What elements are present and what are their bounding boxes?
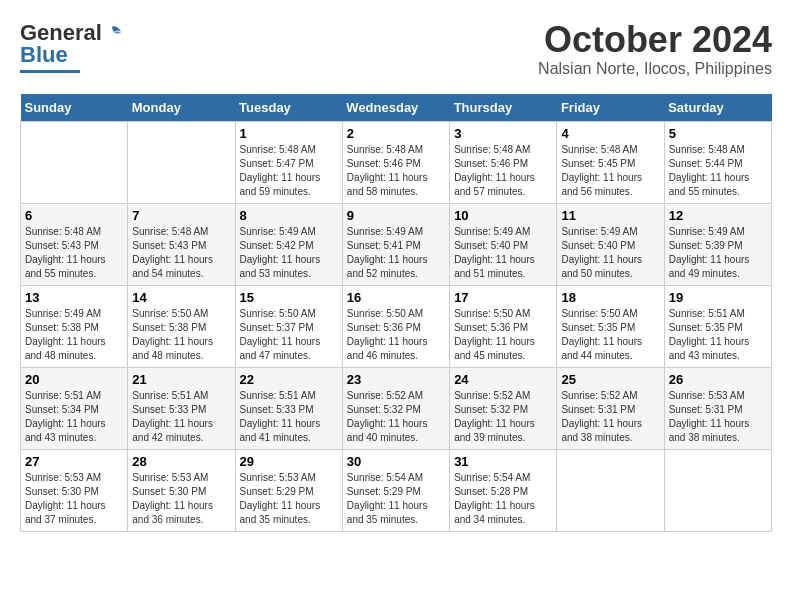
calendar-cell: 14 Sunrise: 5:50 AM Sunset: 5:38 PM Dayl… <box>128 285 235 367</box>
weekday-header-saturday: Saturday <box>664 94 771 122</box>
calendar-cell: 8 Sunrise: 5:49 AM Sunset: 5:42 PM Dayli… <box>235 203 342 285</box>
calendar-cell: 31 Sunrise: 5:54 AM Sunset: 5:28 PM Dayl… <box>450 449 557 531</box>
sunrise-text: Sunrise: 5:50 AM <box>132 308 208 319</box>
day-info: Sunrise: 5:51 AM Sunset: 5:34 PM Dayligh… <box>25 389 123 445</box>
day-number: 3 <box>454 126 552 141</box>
daylight-text: Daylight: 11 hours and 49 minutes. <box>669 254 750 279</box>
sunset-text: Sunset: 5:36 PM <box>454 322 528 333</box>
daylight-text: Daylight: 11 hours and 57 minutes. <box>454 172 535 197</box>
daylight-text: Daylight: 11 hours and 55 minutes. <box>669 172 750 197</box>
day-info: Sunrise: 5:51 AM Sunset: 5:33 PM Dayligh… <box>240 389 338 445</box>
day-number: 18 <box>561 290 659 305</box>
sunrise-text: Sunrise: 5:48 AM <box>25 226 101 237</box>
calendar-cell: 10 Sunrise: 5:49 AM Sunset: 5:40 PM Dayl… <box>450 203 557 285</box>
day-info: Sunrise: 5:49 AM Sunset: 5:40 PM Dayligh… <box>561 225 659 281</box>
calendar-week-row: 6 Sunrise: 5:48 AM Sunset: 5:43 PM Dayli… <box>21 203 772 285</box>
daylight-text: Daylight: 11 hours and 37 minutes. <box>25 500 106 525</box>
day-number: 26 <box>669 372 767 387</box>
day-info: Sunrise: 5:51 AM Sunset: 5:33 PM Dayligh… <box>132 389 230 445</box>
day-number: 5 <box>669 126 767 141</box>
sunrise-text: Sunrise: 5:49 AM <box>240 226 316 237</box>
sunset-text: Sunset: 5:45 PM <box>561 158 635 169</box>
calendar-cell: 9 Sunrise: 5:49 AM Sunset: 5:41 PM Dayli… <box>342 203 449 285</box>
day-info: Sunrise: 5:53 AM Sunset: 5:31 PM Dayligh… <box>669 389 767 445</box>
daylight-text: Daylight: 11 hours and 40 minutes. <box>347 418 428 443</box>
daylight-text: Daylight: 11 hours and 43 minutes. <box>669 336 750 361</box>
sunset-text: Sunset: 5:36 PM <box>347 322 421 333</box>
day-info: Sunrise: 5:53 AM Sunset: 5:29 PM Dayligh… <box>240 471 338 527</box>
sunset-text: Sunset: 5:40 PM <box>561 240 635 251</box>
calendar-header-row: SundayMondayTuesdayWednesdayThursdayFrid… <box>21 94 772 122</box>
day-number: 1 <box>240 126 338 141</box>
sunset-text: Sunset: 5:29 PM <box>240 486 314 497</box>
daylight-text: Daylight: 11 hours and 52 minutes. <box>347 254 428 279</box>
day-info: Sunrise: 5:51 AM Sunset: 5:35 PM Dayligh… <box>669 307 767 363</box>
weekday-header-sunday: Sunday <box>21 94 128 122</box>
daylight-text: Daylight: 11 hours and 51 minutes. <box>454 254 535 279</box>
daylight-text: Daylight: 11 hours and 38 minutes. <box>561 418 642 443</box>
sunset-text: Sunset: 5:35 PM <box>669 322 743 333</box>
calendar-cell: 17 Sunrise: 5:50 AM Sunset: 5:36 PM Dayl… <box>450 285 557 367</box>
daylight-text: Daylight: 11 hours and 48 minutes. <box>25 336 106 361</box>
calendar-cell: 6 Sunrise: 5:48 AM Sunset: 5:43 PM Dayli… <box>21 203 128 285</box>
sunrise-text: Sunrise: 5:51 AM <box>25 390 101 401</box>
sunset-text: Sunset: 5:40 PM <box>454 240 528 251</box>
calendar-cell: 20 Sunrise: 5:51 AM Sunset: 5:34 PM Dayl… <box>21 367 128 449</box>
day-number: 2 <box>347 126 445 141</box>
sunset-text: Sunset: 5:29 PM <box>347 486 421 497</box>
day-info: Sunrise: 5:49 AM Sunset: 5:38 PM Dayligh… <box>25 307 123 363</box>
sunrise-text: Sunrise: 5:51 AM <box>240 390 316 401</box>
sunset-text: Sunset: 5:33 PM <box>240 404 314 415</box>
sunrise-text: Sunrise: 5:50 AM <box>240 308 316 319</box>
daylight-text: Daylight: 11 hours and 34 minutes. <box>454 500 535 525</box>
location-title: Nalsian Norte, Ilocos, Philippines <box>538 60 772 78</box>
sunset-text: Sunset: 5:46 PM <box>347 158 421 169</box>
daylight-text: Daylight: 11 hours and 39 minutes. <box>454 418 535 443</box>
sunset-text: Sunset: 5:31 PM <box>669 404 743 415</box>
daylight-text: Daylight: 11 hours and 55 minutes. <box>25 254 106 279</box>
daylight-text: Daylight: 11 hours and 46 minutes. <box>347 336 428 361</box>
calendar-cell: 11 Sunrise: 5:49 AM Sunset: 5:40 PM Dayl… <box>557 203 664 285</box>
day-info: Sunrise: 5:49 AM Sunset: 5:41 PM Dayligh… <box>347 225 445 281</box>
calendar-cell: 2 Sunrise: 5:48 AM Sunset: 5:46 PM Dayli… <box>342 121 449 203</box>
day-info: Sunrise: 5:48 AM Sunset: 5:46 PM Dayligh… <box>347 143 445 199</box>
calendar-cell <box>557 449 664 531</box>
sunrise-text: Sunrise: 5:49 AM <box>347 226 423 237</box>
calendar-cell: 4 Sunrise: 5:48 AM Sunset: 5:45 PM Dayli… <box>557 121 664 203</box>
sunset-text: Sunset: 5:38 PM <box>132 322 206 333</box>
sunrise-text: Sunrise: 5:48 AM <box>561 144 637 155</box>
calendar-cell: 15 Sunrise: 5:50 AM Sunset: 5:37 PM Dayl… <box>235 285 342 367</box>
day-info: Sunrise: 5:49 AM Sunset: 5:42 PM Dayligh… <box>240 225 338 281</box>
calendar-cell: 3 Sunrise: 5:48 AM Sunset: 5:46 PM Dayli… <box>450 121 557 203</box>
sunset-text: Sunset: 5:32 PM <box>454 404 528 415</box>
logo-divider <box>20 70 80 73</box>
calendar-cell: 7 Sunrise: 5:48 AM Sunset: 5:43 PM Dayli… <box>128 203 235 285</box>
daylight-text: Daylight: 11 hours and 38 minutes. <box>669 418 750 443</box>
calendar-cell <box>21 121 128 203</box>
day-info: Sunrise: 5:50 AM Sunset: 5:38 PM Dayligh… <box>132 307 230 363</box>
daylight-text: Daylight: 11 hours and 59 minutes. <box>240 172 321 197</box>
day-number: 4 <box>561 126 659 141</box>
calendar-cell <box>664 449 771 531</box>
day-info: Sunrise: 5:53 AM Sunset: 5:30 PM Dayligh… <box>132 471 230 527</box>
sunrise-text: Sunrise: 5:49 AM <box>454 226 530 237</box>
sunrise-text: Sunrise: 5:48 AM <box>132 226 208 237</box>
calendar-cell: 29 Sunrise: 5:53 AM Sunset: 5:29 PM Dayl… <box>235 449 342 531</box>
sunset-text: Sunset: 5:33 PM <box>132 404 206 415</box>
day-number: 13 <box>25 290 123 305</box>
day-number: 20 <box>25 372 123 387</box>
logo: General Blue <box>20 20 122 73</box>
daylight-text: Daylight: 11 hours and 45 minutes. <box>454 336 535 361</box>
daylight-text: Daylight: 11 hours and 35 minutes. <box>347 500 428 525</box>
day-number: 27 <box>25 454 123 469</box>
sunset-text: Sunset: 5:43 PM <box>132 240 206 251</box>
daylight-text: Daylight: 11 hours and 48 minutes. <box>132 336 213 361</box>
day-number: 12 <box>669 208 767 223</box>
day-number: 9 <box>347 208 445 223</box>
sunrise-text: Sunrise: 5:48 AM <box>669 144 745 155</box>
daylight-text: Daylight: 11 hours and 36 minutes. <box>132 500 213 525</box>
calendar-cell: 5 Sunrise: 5:48 AM Sunset: 5:44 PM Dayli… <box>664 121 771 203</box>
day-number: 22 <box>240 372 338 387</box>
sunset-text: Sunset: 5:44 PM <box>669 158 743 169</box>
sunset-text: Sunset: 5:47 PM <box>240 158 314 169</box>
